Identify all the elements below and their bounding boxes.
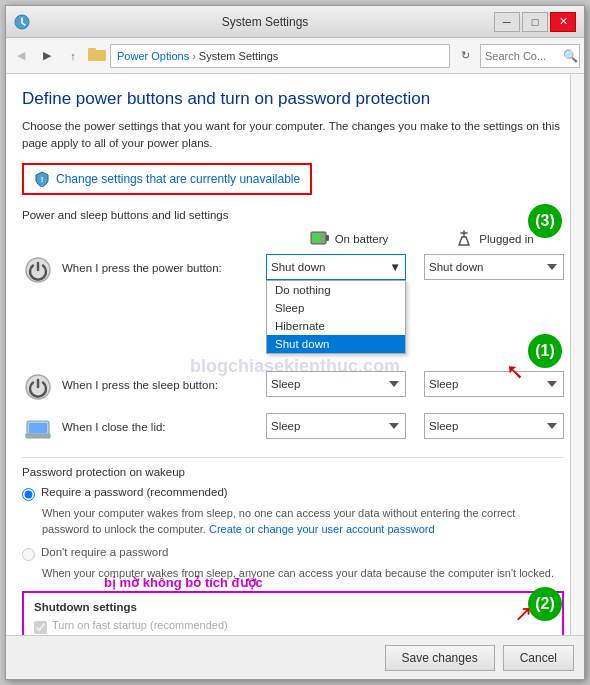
power-button-label: When I press the power button:: [62, 254, 258, 274]
search-icon[interactable]: 🔍: [563, 49, 578, 63]
back-button[interactable]: ◀: [10, 45, 32, 67]
dropdown-arrow-icon: ▼: [390, 261, 401, 273]
window-controls: ─ □ ✕: [494, 12, 576, 32]
power-plugged-dropdown-wrap: Shut down: [424, 254, 564, 280]
cancel-button[interactable]: Cancel: [503, 645, 574, 671]
lid-plugged-dropdown-wrap: Sleep: [424, 413, 564, 439]
maximize-button[interactable]: □: [522, 12, 548, 32]
shield-icon: !: [34, 171, 50, 187]
arrow-1: ➘: [506, 359, 524, 385]
up-button[interactable]: ↑: [62, 45, 84, 67]
sleep-button-label: When I press the sleep button:: [62, 371, 258, 391]
fast-startup-checkbox[interactable]: [34, 621, 47, 634]
shutdown-settings-box: Shutdown settings bị mờ không bỏ tích đư…: [22, 591, 564, 635]
content-area: Define power buttons and turn on passwor…: [6, 74, 584, 635]
require-password-desc: When your computer wakes from sleep, no …: [42, 505, 564, 538]
power-battery-dropdown-container: Shut down ▼ Do nothing Sleep Hibernate S…: [266, 254, 406, 280]
require-password-label: Require a password (recommended): [41, 486, 228, 498]
option-sleep[interactable]: Sleep: [267, 299, 405, 317]
shutdown-settings-title: Shutdown settings: [34, 601, 552, 613]
svg-text:!: !: [41, 175, 44, 184]
battery-icon: [310, 229, 330, 249]
callout-3-badge: (3): [528, 204, 562, 238]
bottombar: Save changes Cancel: [6, 635, 584, 679]
battery-column-header: On battery: [274, 229, 424, 249]
addressbar: ◀ ▶ ↑ Power Options › System Settings ↻ …: [6, 38, 584, 74]
svg-rect-2: [88, 48, 96, 52]
power-battery-dropdown-options: Do nothing Sleep Hibernate Shut down: [266, 280, 406, 354]
page-title: Define power buttons and turn on passwor…: [22, 88, 564, 110]
password-radio-group: Require a password (recommended) When yo…: [22, 486, 564, 582]
option-hibernate[interactable]: Hibernate: [267, 317, 405, 335]
option-shut-down[interactable]: Shut down: [267, 335, 405, 353]
search-input[interactable]: [485, 50, 560, 62]
window-icon: [14, 14, 30, 30]
arrow-2: ↗: [514, 601, 532, 627]
window-title: System Settings: [36, 15, 494, 29]
power-sleep-section-label: Power and sleep buttons and lid settings: [22, 209, 564, 221]
svg-rect-11: [29, 423, 47, 433]
save-changes-button[interactable]: Save changes: [385, 645, 495, 671]
svg-rect-5: [326, 235, 329, 241]
sleep-battery-dropdown-wrap: Sleep: [266, 371, 406, 397]
fast-startup-label: Turn on fast startup (recommended): [52, 619, 228, 631]
lid-battery-dropdown-wrap: Sleep: [266, 413, 406, 439]
folder-icon: [88, 46, 106, 65]
power-battery-dropdown-trigger[interactable]: Shut down ▼: [266, 254, 406, 280]
sleep-plugged-dropdown[interactable]: Sleep: [424, 371, 564, 397]
power-plugged-dropdown[interactable]: Shut down: [424, 254, 564, 280]
callout-2-badge: (2): [528, 587, 562, 621]
power-button-row: When I press the power button: Shut down…: [22, 254, 564, 286]
callout-1-badge: (1): [528, 334, 562, 368]
scrollbar[interactable]: [570, 74, 584, 635]
sleep-button-row: When I press the sleep button: Sleep Sle…: [22, 371, 564, 403]
page-description: Choose the power settings that you want …: [22, 118, 564, 153]
sleep-button-icon: [22, 371, 54, 403]
search-box: 🔍: [480, 44, 580, 68]
refresh-button[interactable]: ↻: [454, 45, 476, 67]
breadcrumb-system-settings[interactable]: System Settings: [199, 50, 278, 62]
sleep-plugged-dropdown-wrap: Sleep: [424, 371, 564, 397]
change-settings-link[interactable]: Change settings that are currently unava…: [56, 172, 300, 186]
close-button[interactable]: ✕: [550, 12, 576, 32]
power-button-icon: [22, 254, 54, 286]
fast-startup-option: Turn on fast startup (recommended): [34, 619, 552, 634]
no-password-label: Don't require a password: [41, 546, 168, 558]
lid-battery-dropdown[interactable]: Sleep: [266, 413, 406, 439]
password-section-label: Password protection on wakeup: [22, 466, 564, 478]
titlebar: System Settings ─ □ ✕: [6, 6, 584, 38]
change-settings-box: ! Change settings that are currently una…: [22, 163, 312, 195]
svg-rect-10: [26, 434, 50, 438]
forward-button[interactable]: ▶: [36, 45, 58, 67]
plugged-icon: [454, 229, 474, 249]
breadcrumb-path[interactable]: Power Options › System Settings: [110, 44, 450, 68]
lid-row: When I close the lid: Sleep Sleep: [22, 413, 564, 445]
svg-rect-6: [312, 233, 320, 243]
column-headers: On battery Plugged in: [22, 229, 564, 249]
system-settings-window: System Settings ─ □ ✕ ◀ ▶ ↑ Power Option…: [5, 5, 585, 680]
lid-label: When I close the lid:: [62, 413, 258, 433]
require-password-radio[interactable]: [22, 488, 35, 501]
section-divider-1: [22, 457, 564, 458]
breadcrumb-power-options[interactable]: Power Options: [117, 50, 189, 62]
option-do-nothing[interactable]: Do nothing: [267, 281, 405, 299]
sleep-battery-dropdown[interactable]: Sleep: [266, 371, 406, 397]
annotation-text: bị mờ không bỏ tích được: [104, 575, 263, 590]
require-password-option: Require a password (recommended): [22, 486, 564, 501]
change-password-link[interactable]: Create or change your user account passw…: [209, 523, 435, 535]
minimize-button[interactable]: ─: [494, 12, 520, 32]
no-password-radio[interactable]: [22, 548, 35, 561]
no-password-option: Don't require a password: [22, 546, 564, 561]
lid-icon: [22, 413, 54, 445]
lid-plugged-dropdown[interactable]: Sleep: [424, 413, 564, 439]
